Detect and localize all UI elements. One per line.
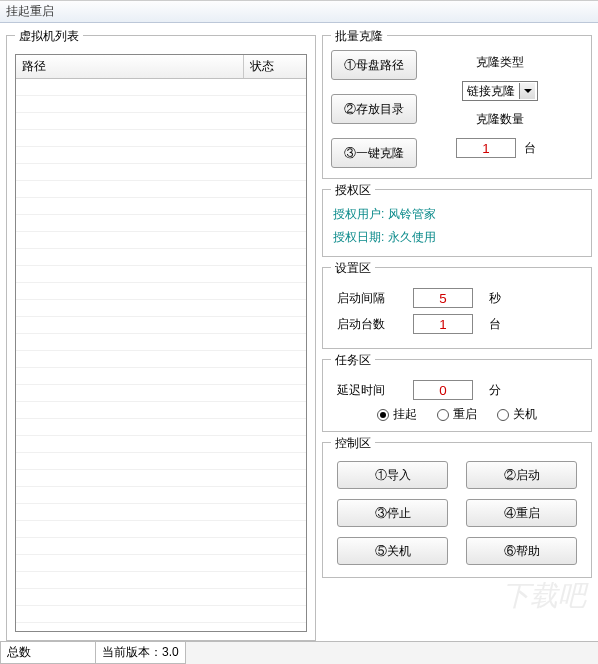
version-label: 当前版本： <box>102 645 162 659</box>
table-row <box>16 283 306 300</box>
auth-date-value: 永久使用 <box>388 230 436 244</box>
auth-legend: 授权区 <box>331 182 375 199</box>
table-row <box>16 606 306 623</box>
interval-unit: 秒 <box>489 290 509 307</box>
client-area: 虚拟机列表 路径 状态 <box>0 23 598 641</box>
auth-user-value: 风铃管家 <box>388 207 436 221</box>
auth-user-label: 授权用户: <box>333 207 384 221</box>
delay-unit: 分 <box>489 382 509 399</box>
table-row <box>16 419 306 436</box>
delay-input[interactable] <box>413 380 473 400</box>
table-row <box>16 368 306 385</box>
storage-dir-button[interactable]: ②存放目录 <box>331 94 417 124</box>
radio-restart-label: 重启 <box>453 406 477 423</box>
table-row <box>16 572 306 589</box>
table-row <box>16 521 306 538</box>
start-button[interactable]: ②启动 <box>466 461 577 489</box>
vm-list-group: 虚拟机列表 路径 状态 <box>6 35 316 641</box>
radio-dot-icon <box>437 409 449 421</box>
col-status[interactable]: 状态 <box>244 55 306 78</box>
vm-table-body <box>16 79 306 631</box>
clone-legend: 批量克隆 <box>331 28 387 45</box>
table-row <box>16 385 306 402</box>
left-column: 虚拟机列表 路径 状态 <box>6 29 316 641</box>
table-row <box>16 215 306 232</box>
settings-group: 设置区 启动间隔 秒 启动台数 台 <box>322 267 592 349</box>
table-row <box>16 164 306 181</box>
vm-list-legend: 虚拟机列表 <box>15 28 83 45</box>
table-row <box>16 79 306 96</box>
table-row <box>16 589 306 606</box>
status-version: 当前版本：3.0 <box>95 642 186 664</box>
delay-label: 延迟时间 <box>337 382 397 399</box>
master-path-button[interactable]: ①母盘路径 <box>331 50 417 80</box>
radio-shutdown[interactable]: 关机 <box>497 406 537 423</box>
import-button[interactable]: ①导入 <box>337 461 448 489</box>
clone-type-select[interactable]: 链接克隆 <box>462 81 538 101</box>
shutdown-button[interactable]: ⑤关机 <box>337 537 448 565</box>
table-row <box>16 249 306 266</box>
table-row <box>16 334 306 351</box>
watermark: 下载吧 <box>502 577 586 615</box>
table-row <box>16 113 306 130</box>
stop-button[interactable]: ③停止 <box>337 499 448 527</box>
radio-suspend[interactable]: 挂起 <box>377 406 417 423</box>
radio-shutdown-label: 关机 <box>513 406 537 423</box>
table-row <box>16 351 306 368</box>
app-window: 挂起重启 虚拟机列表 路径 状态 <box>0 0 598 664</box>
clone-count-unit: 台 <box>524 140 544 157</box>
table-row <box>16 300 306 317</box>
status-total: 总数 <box>0 642 96 664</box>
task-legend: 任务区 <box>331 352 375 369</box>
table-row <box>16 181 306 198</box>
task-group: 任务区 延迟时间 分 挂起 重启 <box>322 359 592 432</box>
table-row <box>16 504 306 521</box>
control-group: 控制区 ①导入 ②启动 ③停止 ④重启 ⑤关机 ⑥帮助 <box>322 442 592 578</box>
table-row <box>16 317 306 334</box>
statusbar: 总数 当前版本：3.0 <box>0 641 598 664</box>
radio-dot-icon <box>377 409 389 421</box>
control-legend: 控制区 <box>331 435 375 452</box>
titlebar: 挂起重启 <box>0 1 598 23</box>
chevron-down-icon <box>519 83 535 99</box>
clone-group: 批量克隆 ①母盘路径 ②存放目录 ③一键克隆 克隆类型 链接克隆 克隆数量 <box>322 35 592 179</box>
version-value: 3.0 <box>162 645 179 659</box>
interval-input[interactable] <box>413 288 473 308</box>
table-row <box>16 436 306 453</box>
clone-type-value: 链接克隆 <box>467 83 515 100</box>
table-row <box>16 232 306 249</box>
radio-dot-icon <box>497 409 509 421</box>
table-row <box>16 266 306 283</box>
one-click-clone-button[interactable]: ③一键克隆 <box>331 138 417 168</box>
table-row <box>16 147 306 164</box>
radio-restart[interactable]: 重启 <box>437 406 477 423</box>
table-row <box>16 538 306 555</box>
table-row <box>16 402 306 419</box>
start-count-unit: 台 <box>489 316 509 333</box>
help-button[interactable]: ⑥帮助 <box>466 537 577 565</box>
vm-table[interactable]: 路径 状态 <box>15 54 307 632</box>
vm-table-head: 路径 状态 <box>16 55 306 79</box>
radio-suspend-label: 挂起 <box>393 406 417 423</box>
table-row <box>16 96 306 113</box>
table-row <box>16 487 306 504</box>
auth-group: 授权区 授权用户: 风铃管家 授权日期: 永久使用 <box>322 189 592 257</box>
clone-count-input[interactable] <box>456 138 516 158</box>
col-path[interactable]: 路径 <box>16 55 244 78</box>
right-column: 批量克隆 ①母盘路径 ②存放目录 ③一键克隆 克隆类型 链接克隆 克隆数量 <box>322 29 592 641</box>
restart-button[interactable]: ④重启 <box>466 499 577 527</box>
table-row <box>16 198 306 215</box>
table-row <box>16 555 306 572</box>
start-count-input[interactable] <box>413 314 473 334</box>
auth-date-label: 授权日期: <box>333 230 384 244</box>
table-row <box>16 130 306 147</box>
start-count-label: 启动台数 <box>337 316 397 333</box>
interval-label: 启动间隔 <box>337 290 397 307</box>
settings-legend: 设置区 <box>331 260 375 277</box>
clone-type-label: 克隆类型 <box>476 54 524 71</box>
clone-count-label: 克隆数量 <box>476 111 524 128</box>
table-row <box>16 453 306 470</box>
window-title: 挂起重启 <box>6 3 54 20</box>
table-row <box>16 470 306 487</box>
